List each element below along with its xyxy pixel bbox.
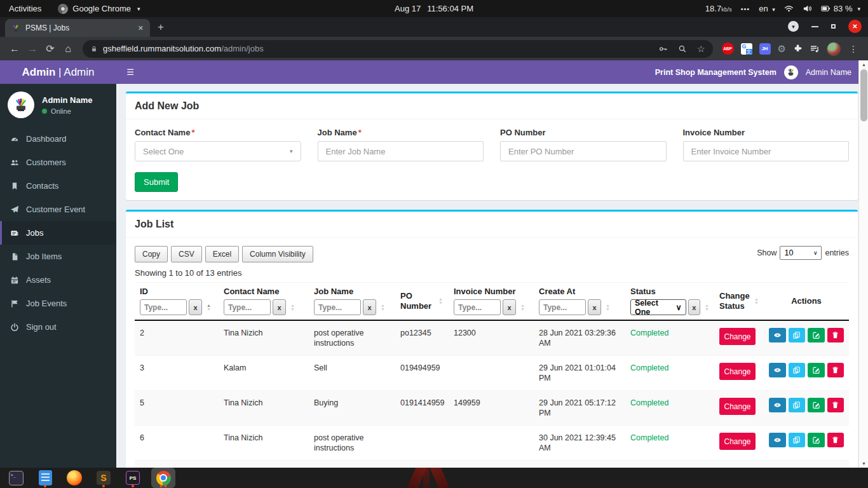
filter-input-invoice-number[interactable]: [454, 299, 501, 315]
view-button[interactable]: [769, 433, 786, 447]
clock[interactable]: Aug 17 11:56:04 PM: [395, 4, 473, 13]
column-header-po-number[interactable]: PO Number▲▼: [395, 283, 449, 321]
back-button[interactable]: ←: [6, 43, 23, 55]
bookmark-star-icon[interactable]: ☆: [697, 44, 705, 54]
dock-item-pycharm[interactable]: PS: [121, 468, 145, 488]
change-status-button[interactable]: Change: [719, 363, 756, 380]
browser-menu-icon[interactable]: ⋮: [848, 44, 859, 54]
minimize-button[interactable]: [811, 26, 818, 27]
home-button[interactable]: ⌂: [60, 43, 76, 55]
csv-button[interactable]: CSV: [171, 246, 202, 262]
delete-button[interactable]: [827, 328, 844, 342]
change-status-button[interactable]: Change: [719, 328, 756, 345]
dock-item-text-editor[interactable]: [33, 468, 57, 488]
volume-icon[interactable]: [803, 4, 812, 13]
new-tab-button[interactable]: +: [158, 21, 164, 34]
battery-indicator[interactable]: 83 % ▾: [821, 4, 860, 13]
sidebar-item-assets[interactable]: Assets: [0, 268, 116, 292]
job-name-input[interactable]: [318, 141, 484, 161]
app-logo[interactable]: Admin | Admin: [0, 66, 116, 79]
dock-item-sublime-text[interactable]: S: [92, 468, 116, 488]
delete-button[interactable]: [827, 363, 844, 377]
edit-button[interactable]: [808, 433, 825, 447]
status-filter-select[interactable]: Select One∨: [630, 299, 686, 315]
activities-button[interactable]: Activities: [9, 4, 41, 13]
edit-button[interactable]: [808, 398, 825, 412]
filter-clear-button[interactable]: x: [273, 299, 286, 315]
app-menu[interactable]: Google Chrome ▾: [58, 4, 140, 14]
window-close-button[interactable]: ✕: [848, 20, 862, 33]
column-visibility-button[interactable]: Column Visibility: [242, 246, 313, 262]
sidebar-item-job-events[interactable]: Job Events: [0, 292, 116, 315]
contact-name-select[interactable]: Select One ▾: [135, 141, 301, 161]
sort-icon[interactable]: ▲▼: [520, 304, 525, 311]
column-header-change-status[interactable]: Change Status▲▼: [714, 283, 764, 321]
settings-gear-icon[interactable]: ⚙: [778, 43, 786, 55]
view-button[interactable]: [769, 328, 786, 342]
header-user-name[interactable]: Admin Name: [806, 68, 851, 77]
adblock-extension-icon[interactable]: ABP: [722, 43, 734, 55]
language-switcher[interactable]: en ▾: [759, 4, 775, 13]
view-button[interactable]: [769, 398, 786, 412]
address-bar[interactable]: gsheffield.rummanitsolution.com/admin/jo…: [83, 40, 713, 58]
page-size-select[interactable]: 10 ∨: [780, 246, 822, 260]
header-user-avatar[interactable]: [784, 65, 798, 79]
filter-clear-button[interactable]: x: [189, 299, 202, 315]
extensions-puzzle-icon[interactable]: [793, 44, 803, 53]
copy-button[interactable]: [789, 433, 806, 447]
invoice-number-input[interactable]: [683, 141, 850, 161]
filter-clear-button[interactable]: x: [363, 299, 376, 315]
forward-button[interactable]: →: [24, 43, 41, 55]
filter-input-id[interactable]: [140, 299, 187, 315]
column-header-create-at[interactable]: Create At x ▲▼: [534, 283, 625, 321]
dock-item-firefox[interactable]: [62, 468, 86, 488]
change-status-button[interactable]: Change: [719, 433, 756, 450]
maximize-button[interactable]: [831, 24, 836, 29]
column-header-invoice-number[interactable]: Invoice Number x ▲▼: [449, 283, 534, 321]
sidebar-toggle-icon[interactable]: ☰: [116, 67, 144, 77]
edit-button[interactable]: [808, 328, 825, 342]
filter-input-contact-name[interactable]: [224, 299, 271, 315]
change-status-button[interactable]: Change: [719, 398, 756, 415]
tab-search-button[interactable]: ▾: [788, 21, 799, 32]
page-scrollbar[interactable]: ▲ ▼: [858, 60, 868, 468]
sort-icon[interactable]: ▲▼: [606, 304, 610, 311]
delete-button[interactable]: [827, 398, 844, 412]
browser-profile-avatar[interactable]: [827, 42, 841, 56]
sidebar-item-dashboard[interactable]: Dashboard: [0, 127, 116, 151]
sidebar-item-contacts[interactable]: Contacts: [0, 174, 116, 198]
view-button[interactable]: [769, 363, 786, 377]
reload-button[interactable]: ⟳: [42, 43, 58, 55]
sort-icon[interactable]: ▲▼: [290, 304, 295, 311]
translate-extension-icon[interactable]: [741, 43, 752, 55]
scroll-up-icon[interactable]: ▲: [859, 60, 868, 69]
sidebar-item-customers[interactable]: Customers: [0, 151, 116, 174]
playlist-icon[interactable]: [810, 44, 820, 54]
excel-button[interactable]: Excel: [205, 246, 239, 262]
column-header-contact-name[interactable]: Contact Name x ▲▼: [219, 283, 309, 321]
filter-clear-button[interactable]: x: [688, 299, 701, 315]
sort-icon[interactable]: ▲▼: [381, 304, 385, 311]
tray-more-icon[interactable]: •••: [741, 5, 750, 13]
sort-icon[interactable]: ▲▼: [705, 304, 709, 311]
filter-input-job-name[interactable]: [314, 299, 361, 315]
copy-button[interactable]: Copy: [135, 246, 168, 262]
copy-button[interactable]: [789, 328, 806, 342]
jh-extension-icon[interactable]: JH: [759, 43, 771, 55]
scroll-down-icon[interactable]: ▼: [859, 459, 868, 468]
password-key-icon[interactable]: [659, 44, 668, 53]
tab-close-icon[interactable]: ✕: [138, 24, 144, 32]
sort-icon[interactable]: ▲▼: [207, 304, 211, 311]
column-header-status[interactable]: Status Select One∨ x ▲▼: [625, 283, 714, 321]
sidebar-item-sign-out[interactable]: Sign out: [0, 315, 116, 339]
wifi-icon[interactable]: [784, 4, 794, 13]
copy-button[interactable]: [789, 363, 806, 377]
sort-icon[interactable]: ▲▼: [754, 297, 759, 305]
sidebar-item-job-items[interactable]: Job Items: [0, 245, 116, 268]
browser-tab[interactable]: PSMS | Jobs ✕: [5, 19, 150, 37]
sort-icon[interactable]: ▲▼: [438, 297, 443, 305]
filter-clear-button[interactable]: x: [503, 299, 516, 315]
submit-button[interactable]: Submit: [135, 172, 178, 192]
sidebar-item-customer-event[interactable]: Customer Event: [0, 198, 116, 221]
filter-clear-button[interactable]: x: [588, 299, 601, 315]
